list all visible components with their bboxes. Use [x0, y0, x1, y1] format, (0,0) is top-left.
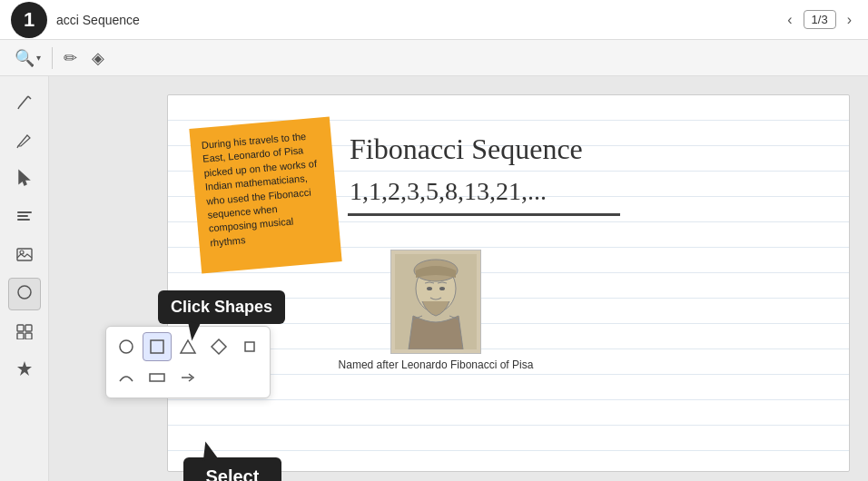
- fibonacci-portrait-svg: [395, 254, 477, 349]
- toolbar-divider-1: [52, 47, 53, 69]
- action-tool-icon: [15, 359, 34, 382]
- svg-rect-12: [17, 333, 24, 339]
- zoom-dropdown-arrow: ▾: [36, 53, 41, 63]
- zoom-button[interactable]: 🔍 ▾: [11, 46, 44, 70]
- zoom-icon: 🔍: [15, 48, 35, 68]
- shape-diamond-button[interactable]: [204, 332, 233, 361]
- portrait-caption: Named after Leonardo Fibonacci of Pisa: [309, 358, 563, 371]
- doc-page: During his travels to the East, Leonardo…: [167, 94, 850, 472]
- svg-rect-22: [150, 374, 164, 381]
- svg-point-9: [18, 286, 31, 299]
- shape-circle-button[interactable]: [112, 332, 141, 361]
- svg-point-8: [20, 250, 24, 254]
- svg-rect-13: [25, 333, 32, 339]
- eraser-icon: ◈: [92, 48, 104, 68]
- page-indicator: 1/3: [804, 10, 836, 29]
- top-bar: 1 acci Sequence ‹ 1/3 ›: [0, 0, 868, 40]
- step-number: 1: [11, 2, 47, 38]
- svg-rect-20: [151, 340, 163, 353]
- sidebar-pen-tool[interactable]: [8, 87, 41, 120]
- svg-line-2: [18, 107, 19, 109]
- pencil-tool-icon: [15, 131, 34, 153]
- sidebar-image-tool[interactable]: [8, 240, 41, 272]
- settings-tool-icon: [15, 321, 34, 344]
- doc-title: acci Sequence: [56, 13, 773, 27]
- handwritten-title: Fibonacci Sequence: [350, 132, 831, 166]
- prev-page-button[interactable]: ‹: [782, 10, 797, 30]
- select-square-bubble: SelectSquare: [183, 457, 281, 481]
- sidebar-action-tool[interactable]: [8, 354, 41, 387]
- canvas-area: During his travels to the East, Leonardo…: [49, 76, 868, 481]
- shape-rectangle-button[interactable]: [143, 363, 172, 392]
- svg-rect-21: [245, 342, 254, 351]
- shape-square-button[interactable]: [143, 332, 172, 361]
- portrait-image: [390, 250, 481, 354]
- svg-rect-4: [17, 211, 32, 213]
- portrait-container: Named after Leonardo Fibonacci of Pisa: [386, 250, 486, 368]
- svg-rect-5: [17, 215, 28, 217]
- callout-select-square: SelectSquare: [183, 457, 281, 481]
- sidebar-select-tool[interactable]: [8, 163, 41, 196]
- pen-icon: ✏: [64, 48, 77, 68]
- shape-arc-button[interactable]: [112, 363, 141, 392]
- sidebar-text-tool[interactable]: [8, 201, 41, 234]
- select-square-arrow: [200, 440, 217, 460]
- sidebar-shape-tool[interactable]: [8, 278, 41, 310]
- svg-rect-7: [17, 249, 32, 260]
- svg-rect-10: [17, 325, 24, 331]
- click-shapes-bubble: Click Shapes: [158, 290, 285, 324]
- svg-point-19: [120, 340, 133, 353]
- sidebar-pencil-tool[interactable]: [8, 125, 41, 158]
- svg-point-18: [439, 287, 445, 290]
- svg-rect-6: [17, 219, 30, 221]
- handwritten-sequence: 1,1,2,3,5,8,13,21,...: [350, 177, 831, 206]
- sequence-underline: [348, 213, 620, 216]
- next-page-button[interactable]: ›: [842, 10, 857, 30]
- shape-arrow-button[interactable]: [173, 363, 202, 392]
- eraser-button[interactable]: ◈: [88, 46, 108, 70]
- svg-line-1: [28, 96, 31, 99]
- nav-controls: ‹ 1/3 ›: [782, 10, 857, 30]
- pen-tool-icon: [15, 93, 34, 115]
- sticky-note: During his travels to the East, Leonardo…: [189, 117, 341, 274]
- svg-line-0: [19, 96, 28, 107]
- callout-click-shapes: Click Shapes: [158, 290, 285, 324]
- text-tool-icon: [15, 207, 34, 230]
- left-sidebar: [0, 76, 49, 481]
- shape-tool-icon: [15, 283, 34, 306]
- toolbar: 🔍 ▾ ✏ ◈: [0, 40, 868, 76]
- svg-rect-11: [25, 325, 32, 331]
- pen-button[interactable]: ✏: [60, 46, 81, 70]
- sidebar-settings-tool[interactable]: [8, 316, 41, 348]
- image-tool-icon: [15, 245, 34, 268]
- shape-small-square-button[interactable]: [235, 332, 264, 361]
- select-tool-icon: [15, 169, 34, 191]
- svg-point-17: [427, 287, 432, 290]
